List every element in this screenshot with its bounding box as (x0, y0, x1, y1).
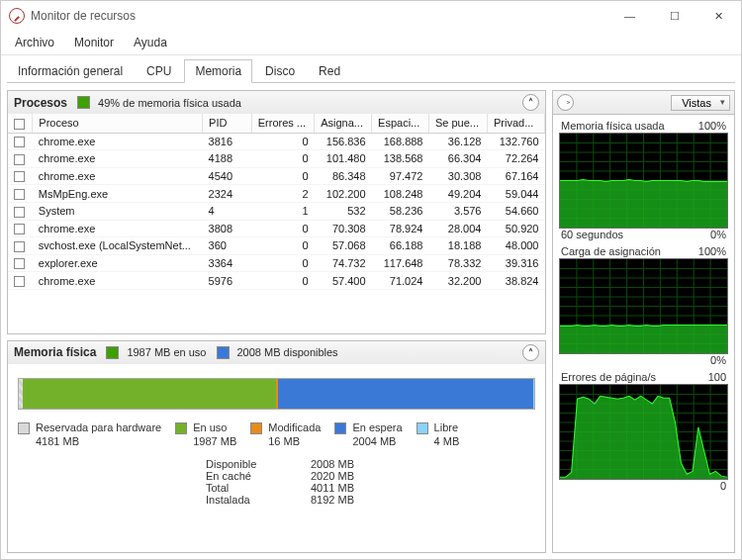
val-reserved: 4181 MB (36, 435, 79, 447)
col-errors[interactable]: Errores ... (251, 114, 314, 133)
cell-esp: 108.248 (372, 185, 429, 203)
cell-se: 78.332 (428, 254, 487, 272)
row-checkbox[interactable] (14, 154, 25, 165)
chart3-title: Errores de página/s (561, 371, 656, 383)
maximize-button[interactable]: ☐ (652, 1, 696, 31)
cell-pid: 3816 (203, 133, 252, 150)
collapse-processes-icon[interactable]: ˄ (522, 94, 539, 111)
collapse-charts-icon[interactable]: ˄ (557, 94, 574, 111)
row-checkbox[interactable] (14, 189, 25, 200)
cell-asig: 101.480 (315, 150, 372, 168)
collapse-physmem-icon[interactable]: ˄ (522, 344, 539, 361)
table-row[interactable]: explorer.exe 3364 0 74.732 117.648 78.33… (8, 254, 545, 272)
cell-asig: 532 (315, 202, 372, 220)
row-checkbox[interactable] (14, 224, 25, 234)
cell-name: chrome.exe (33, 133, 203, 150)
cell-priv: 59.044 (487, 185, 544, 203)
row-checkbox[interactable] (14, 171, 25, 182)
col-private[interactable]: Privad... (487, 114, 544, 133)
table-row[interactable]: chrome.exe 5976 0 57.400 71.024 32.200 3… (8, 272, 545, 290)
cell-err: 0 (251, 254, 314, 272)
cell-asig: 102.200 (315, 185, 372, 203)
tab-disk[interactable]: Disco (254, 59, 306, 83)
cell-esp: 97.472 (372, 167, 429, 185)
cell-asig: 156.836 (315, 133, 372, 150)
processes-header[interactable]: Procesos 49% de memoria física usada ˄ (8, 91, 545, 114)
minimize-button[interactable]: — (607, 1, 652, 31)
cell-priv: 54.660 (487, 202, 544, 220)
menu-monitor[interactable]: Monitor (66, 33, 122, 52)
cell-se: 49.204 (428, 185, 487, 203)
table-row[interactable]: chrome.exe 3816 0 156.836 168.888 36.128… (8, 133, 545, 150)
lbl-modified: Modificada (268, 421, 321, 433)
lbl-standby: En espera (352, 421, 402, 433)
cell-priv: 50.920 (487, 220, 544, 237)
memory-stats: Disponible2008 MB En caché2020 MB Total4… (206, 458, 535, 506)
sw-reserved-icon (18, 422, 30, 434)
cell-esp: 138.568 (372, 150, 429, 168)
col-workingset[interactable]: Espaci... (372, 114, 429, 133)
table-row[interactable]: System 4 1 532 58.236 3.576 54.660 (8, 202, 545, 220)
cell-esp: 71.024 (372, 272, 429, 290)
physmem-header[interactable]: Memoria física 1987 MB en uso 2008 MB di… (8, 341, 545, 364)
tab-memory[interactable]: Memoria (184, 59, 252, 83)
cell-name: chrome.exe (33, 272, 203, 290)
tab-overview[interactable]: Información general (7, 59, 134, 83)
menu-help[interactable]: Ayuda (126, 33, 175, 52)
available-icon (217, 346, 230, 359)
tab-cpu[interactable]: CPU (136, 59, 182, 83)
select-all-checkbox[interactable] (14, 119, 25, 130)
table-row[interactable]: svchost.exe (LocalSystemNet... 360 0 57.… (8, 237, 545, 255)
cell-asig: 57.400 (315, 272, 372, 290)
memory-bar (18, 378, 535, 410)
chart1-br: 0% (710, 229, 726, 240)
v-available: 2008 MB (285, 458, 354, 470)
cell-priv: 72.264 (487, 150, 544, 168)
cell-err: 0 (251, 272, 314, 290)
row-checkbox[interactable] (14, 241, 25, 252)
lbl-free: Libre (434, 421, 458, 433)
cell-name: MsMpEng.exe (33, 185, 203, 203)
menu-file[interactable]: Archivo (7, 33, 62, 52)
table-row[interactable]: chrome.exe 4540 0 86.348 97.472 30.308 6… (8, 167, 545, 185)
cell-name: explorer.exe (33, 254, 203, 272)
row-checkbox[interactable] (14, 207, 25, 218)
sw-inuse-icon (175, 422, 187, 434)
col-pid[interactable]: PID (203, 114, 252, 133)
k-cached: En caché (206, 470, 285, 482)
row-checkbox[interactable] (14, 258, 25, 269)
processes-table-wrap[interactable]: Proceso PID Errores ... Asigna... Espaci… (8, 114, 545, 333)
col-process[interactable]: Proceso (33, 114, 203, 133)
cell-asig: 70.308 (315, 220, 372, 237)
cell-esp: 117.648 (372, 254, 429, 272)
close-button[interactable]: ✕ (696, 1, 741, 31)
cell-se: 36.128 (428, 133, 487, 150)
v-total: 4011 MB (285, 482, 354, 494)
tab-network[interactable]: Red (308, 59, 351, 83)
cell-esp: 58.236 (372, 202, 429, 220)
v-installed: 8192 MB (285, 494, 354, 506)
col-shareable[interactable]: Se pue... (428, 114, 487, 133)
val-standby: 2004 MB (352, 435, 396, 447)
table-row[interactable]: MsMpEng.exe 2324 2 102.200 108.248 49.20… (8, 185, 545, 203)
chart2-br: 0% (710, 354, 726, 366)
views-dropdown[interactable]: Vistas (671, 95, 730, 111)
col-commit[interactable]: Asigna... (315, 114, 372, 133)
lbl-inuse: En uso (193, 421, 227, 433)
cell-esp: 66.188 (372, 237, 429, 255)
lbl-reserved: Reservada para hardware (36, 421, 161, 433)
cell-name: svchost.exe (LocalSystemNet... (33, 237, 203, 255)
table-row[interactable]: chrome.exe 3808 0 70.308 78.924 28.004 5… (8, 220, 545, 237)
physical-memory-panel: Memoria física 1987 MB en uso 2008 MB di… (7, 340, 546, 553)
cell-priv: 48.000 (487, 237, 544, 255)
table-row[interactable]: chrome.exe 4188 0 101.480 138.568 66.304… (8, 150, 545, 168)
cell-err: 0 (251, 150, 314, 168)
row-checkbox[interactable] (14, 137, 25, 147)
seg-inuse (23, 379, 276, 409)
cell-priv: 132.760 (487, 133, 544, 150)
seg-standby (278, 379, 533, 409)
row-checkbox[interactable] (14, 276, 25, 287)
window-title: Monitor de recursos (31, 9, 607, 23)
cell-asig: 86.348 (315, 167, 372, 185)
cell-esp: 78.924 (372, 220, 429, 237)
